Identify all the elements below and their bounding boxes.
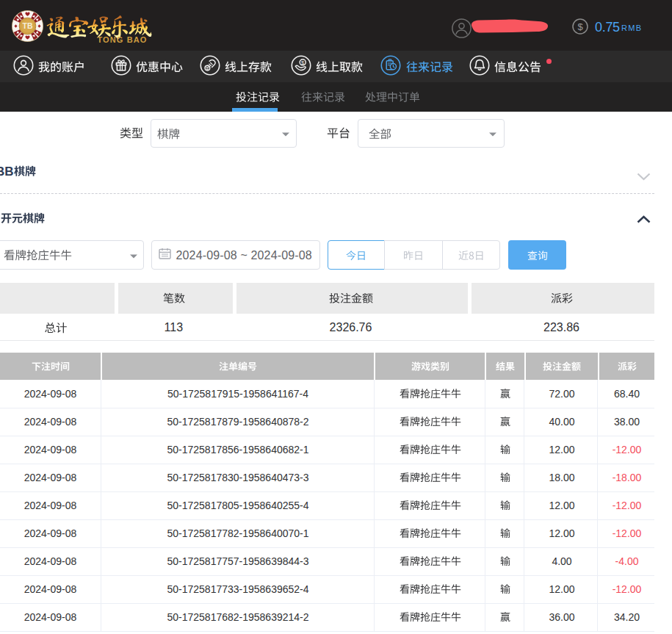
svg-text:TB: TB <box>23 21 33 30</box>
svg-text:$: $ <box>577 21 583 32</box>
